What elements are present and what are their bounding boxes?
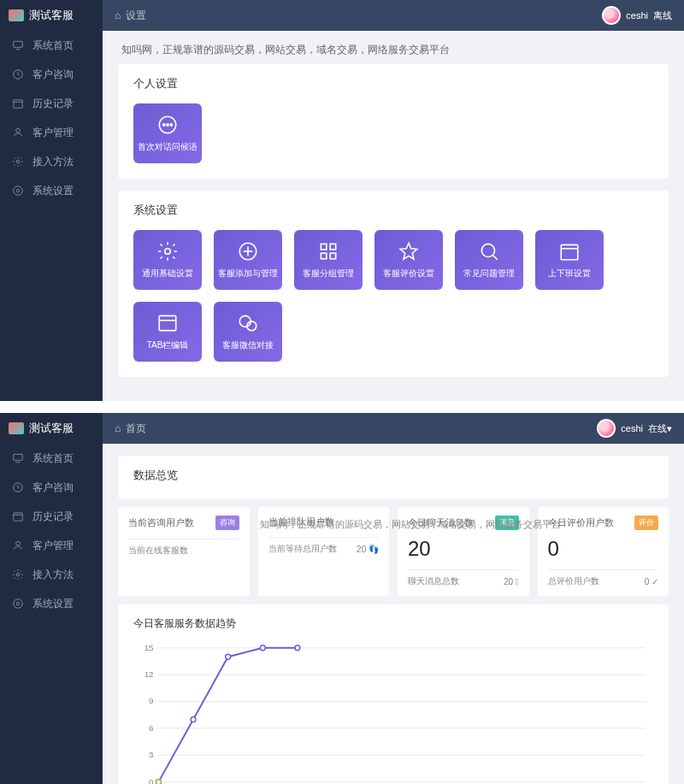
- tile-star[interactable]: 客服评价设置: [374, 230, 443, 290]
- calendar-icon: [12, 510, 24, 522]
- stat-label: 当前排队用户数: [268, 516, 334, 528]
- user-status: 在线▾: [648, 422, 672, 435]
- sidebar: 测试客服 系统首页客户咨询历史记录客户管理接入方法系统设置: [0, 0, 103, 401]
- breadcrumb: ⌂ 设置: [115, 9, 146, 23]
- tile-label: 客服评价设置: [381, 268, 436, 280]
- avatar: [597, 419, 616, 438]
- sidebar-item-1[interactable]: 客户咨询: [0, 473, 103, 502]
- svg-text:6: 6: [149, 723, 154, 733]
- sidebar-item-label: 系统设置: [32, 184, 74, 198]
- svg-point-5: [16, 128, 21, 133]
- page-title: 设置: [126, 9, 146, 23]
- sidebar-item-4[interactable]: 接入方法: [0, 147, 103, 176]
- tile-label: 通用基础设置: [140, 268, 195, 280]
- user-menu[interactable]: ceshi 离线: [602, 6, 672, 25]
- tile-search[interactable]: 常见问题管理: [455, 230, 523, 290]
- tile-grid[interactable]: 客服分组管理: [294, 230, 363, 290]
- user-name: ceshi: [621, 423, 643, 433]
- brand: 测试客服: [0, 0, 103, 31]
- sidebar-item-5[interactable]: 系统设置: [0, 176, 103, 205]
- sidebar-item-2[interactable]: 历史记录: [0, 89, 103, 118]
- brand-logo-icon: [9, 9, 24, 21]
- svg-point-6: [16, 160, 20, 163]
- sidebar-item-5[interactable]: 系统设置: [0, 589, 103, 618]
- main-area: ⌂ 首页 ceshi 在线▾ 数据总览 当前咨询用户数咨询 当前在线客服数当前排…: [103, 413, 684, 784]
- page-title: 首页: [126, 421, 146, 436]
- sidebar-item-label: 接入方法: [32, 155, 74, 169]
- svg-rect-0: [14, 41, 23, 47]
- svg-rect-3: [14, 100, 23, 108]
- svg-point-65: [226, 654, 231, 659]
- card-title: 个人设置: [133, 76, 653, 91]
- tile-label: TAB栏编辑: [145, 339, 191, 351]
- sidebar-item-label: 客户管理: [32, 126, 74, 140]
- sidebar-item-3[interactable]: 客户管理: [0, 531, 103, 560]
- clock-icon: [12, 68, 24, 80]
- star-icon: [398, 240, 420, 262]
- trend-chart: 03691215 08:0010:0012:0014:0016:0018:002…: [133, 638, 653, 784]
- tile-gear[interactable]: 通用基础设置: [133, 230, 202, 290]
- svg-point-10: [163, 124, 165, 126]
- user-menu[interactable]: ceshi 在线▾: [597, 419, 672, 438]
- tile-label: 首次对话问候语: [136, 141, 199, 153]
- sidebar-item-2[interactable]: 历史记录: [0, 502, 103, 531]
- tile-label: 客服添加与管理: [216, 268, 280, 280]
- svg-line-22: [492, 255, 497, 259]
- svg-text:3: 3: [149, 750, 154, 759]
- avatar: [602, 6, 621, 25]
- brand-logo-icon: [9, 422, 24, 434]
- plus-icon: [237, 240, 259, 262]
- stat-card: 今日评价用户数评价 0 总评价用户数0 ✓: [538, 507, 669, 596]
- stat-value: 0: [548, 537, 659, 561]
- svg-point-42: [14, 599, 23, 609]
- topbar: ⌂ 设置 ceshi 离线: [103, 0, 684, 31]
- stat-label: 今日评价用户数: [548, 516, 614, 529]
- tile-label: 上下班设置: [546, 268, 593, 280]
- sidebar-item-0[interactable]: 系统首页: [0, 31, 103, 60]
- tile-label: 常见问题管理: [462, 268, 516, 280]
- svg-point-39: [16, 541, 21, 545]
- tile-wechat[interactable]: 客服微信对接: [214, 302, 282, 362]
- main-area: ⌂ 设置 ceshi 离线 知吗网，正规靠谱的源码交易，网站交易，域名交易，网络…: [103, 0, 684, 401]
- sidebar-item-3[interactable]: 客户管理: [0, 118, 103, 147]
- svg-rect-34: [14, 454, 23, 460]
- user-icon: [12, 539, 24, 551]
- topbar: ⌂ 首页 ceshi 在线▾: [103, 413, 684, 444]
- tile-window[interactable]: TAB栏编辑: [133, 302, 202, 362]
- stat-label: 当前咨询用户数: [128, 516, 194, 529]
- stats-row: 当前咨询用户数咨询 当前在线客服数当前排队用户数 当前等待总用户数20 👣今日聊…: [118, 507, 669, 596]
- gear-icon: [12, 156, 24, 168]
- panel-settings: 测试客服 系统首页客户咨询历史记录客户管理接入方法系统设置 ⌂ 设置 ceshi…: [0, 0, 684, 401]
- sidebar-item-1[interactable]: 客户咨询: [0, 60, 103, 89]
- breadcrumb: ⌂ 首页: [115, 421, 146, 436]
- svg-rect-17: [321, 244, 327, 250]
- sidebar-item-label: 历史记录: [32, 510, 74, 524]
- brand-title: 测试客服: [29, 8, 74, 23]
- sidebar-item-4[interactable]: 接入方法: [0, 560, 103, 589]
- stat-card: 今日聊天消息数消息 20 聊天消息总数20 ⃝: [398, 507, 529, 596]
- stat-label: 今日聊天消息数: [408, 516, 474, 529]
- home-icon[interactable]: ⌂: [115, 9, 121, 21]
- status-badge: 咨询: [215, 516, 239, 530]
- sidebar-item-0[interactable]: 系统首页: [0, 444, 103, 473]
- brand-title: 测试客服: [29, 421, 74, 436]
- stat-card: 当前排队用户数 当前等待总用户数20 👣: [258, 507, 390, 596]
- home-icon[interactable]: ⌂: [115, 422, 121, 434]
- tile-chat[interactable]: 首次对话问候语: [133, 103, 202, 163]
- svg-point-13: [165, 249, 171, 255]
- stat-foot-label: 聊天消息总数: [408, 575, 459, 587]
- personal-settings-card: 个人设置 首次对话问候语: [118, 64, 669, 179]
- svg-rect-37: [14, 513, 23, 521]
- svg-point-12: [170, 124, 172, 126]
- stat-foot-value: 20 👣: [357, 545, 379, 554]
- card-title: 系统设置: [133, 203, 653, 218]
- tile-calendar2[interactable]: 上下班设置: [535, 230, 604, 290]
- svg-rect-23: [561, 245, 578, 259]
- svg-point-41: [16, 602, 20, 605]
- cog-icon: [12, 598, 24, 610]
- svg-point-21: [481, 244, 494, 256]
- tile-plus[interactable]: 客服添加与管理: [214, 230, 282, 290]
- sidebar-item-label: 客户管理: [32, 539, 74, 553]
- wechat-icon: [237, 312, 259, 334]
- svg-rect-20: [330, 253, 336, 259]
